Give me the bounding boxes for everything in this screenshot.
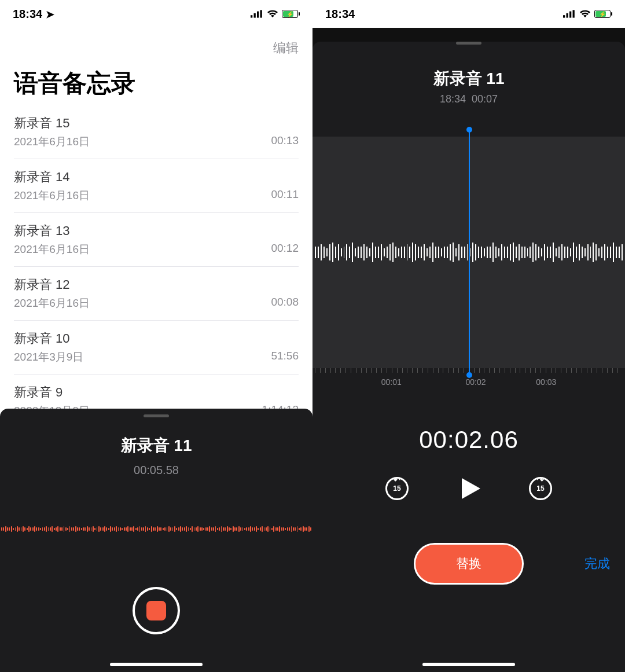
svg-rect-5 bbox=[567, 13, 568, 18]
page-title: 语音备忘录 bbox=[0, 57, 312, 105]
playhead[interactable] bbox=[469, 130, 470, 375]
svg-rect-0 bbox=[251, 15, 252, 17]
memo-date: 2021年3月9日 bbox=[14, 350, 83, 365]
memo-duration: 00:13 bbox=[271, 134, 299, 149]
screen-playback-edit: 18:34 ⚡ 新录音 11 18:34 00:07 bbox=[312, 0, 625, 672]
screen-voice-memos-list: 18:34 ➤ ⚡ 编辑 语音备忘录 新录音 15 2021年6月16日00:1… bbox=[0, 0, 312, 672]
memo-item[interactable]: 新录音 12 2021年6月16日00:08 bbox=[14, 267, 299, 321]
recording-panel[interactable]: 新录音 11 00:05.58 bbox=[0, 409, 312, 672]
home-indicator[interactable] bbox=[422, 663, 515, 666]
memo-item[interactable]: 新录音 13 2021年6月16日00:12 bbox=[14, 213, 299, 267]
drag-handle-icon[interactable] bbox=[456, 42, 481, 45]
cellular-icon bbox=[251, 10, 263, 18]
status-bar: 18:34 ⚡ bbox=[312, 0, 625, 28]
drag-handle-icon[interactable] bbox=[144, 414, 169, 417]
status-right-icons: ⚡ bbox=[251, 10, 300, 18]
memo-title: 新录音 14 bbox=[14, 168, 299, 186]
recording-title: 新录音 11 bbox=[121, 435, 192, 457]
status-right-icons: ⚡ bbox=[563, 10, 612, 18]
recording-title[interactable]: 新录音 11 bbox=[433, 68, 505, 90]
nav-bar: 编辑 bbox=[0, 28, 312, 57]
playback-controls: ↶ 15 ↷ 15 bbox=[385, 475, 552, 502]
recording-elapsed: 00:05.58 bbox=[134, 464, 179, 477]
svg-rect-4 bbox=[563, 15, 565, 17]
status-time: 18:34 bbox=[325, 8, 355, 21]
skip-forward-15-button[interactable]: ↷ 15 bbox=[529, 477, 552, 500]
status-time: 18:34 bbox=[13, 8, 42, 20]
waveform-area[interactable] bbox=[312, 137, 625, 368]
home-indicator[interactable] bbox=[110, 663, 203, 666]
memo-duration: 51:56 bbox=[271, 350, 299, 365]
memo-duration: 00:08 bbox=[271, 296, 299, 311]
edit-panel: 新录音 11 18:34 00:07 00:01 00:02 00:03 00:… bbox=[312, 42, 625, 672]
svg-rect-2 bbox=[257, 12, 259, 18]
memo-date: 2021年6月16日 bbox=[14, 242, 90, 257]
wifi-icon bbox=[579, 10, 591, 18]
memo-item[interactable]: 新录音 14 2021年6月16日00:11 bbox=[14, 159, 299, 213]
memo-duration: 00:12 bbox=[271, 242, 299, 257]
memo-duration: 00:11 bbox=[271, 188, 299, 203]
memo-item[interactable]: 新录音 10 2021年3月9日51:56 bbox=[14, 321, 299, 374]
svg-rect-6 bbox=[569, 12, 571, 18]
svg-rect-3 bbox=[260, 10, 262, 17]
bottom-action-row: 替换 完成 bbox=[312, 543, 625, 585]
svg-rect-7 bbox=[573, 10, 575, 17]
recording-subinfo: 18:34 00:07 bbox=[440, 93, 498, 105]
memo-title: 新录音 15 bbox=[14, 115, 299, 132]
playback-timer: 00:02.06 bbox=[419, 426, 519, 454]
play-button[interactable] bbox=[455, 475, 483, 502]
memo-title: 新录音 9 bbox=[14, 384, 299, 401]
stop-record-button[interactable] bbox=[133, 587, 180, 634]
battery-icon: ⚡ bbox=[282, 10, 300, 18]
stop-icon bbox=[146, 601, 166, 620]
status-bar: 18:34 ➤ ⚡ bbox=[0, 0, 312, 28]
location-arrow-icon: ➤ bbox=[46, 9, 54, 20]
forward-arrow-icon: ↷ bbox=[537, 475, 544, 484]
battery-icon: ⚡ bbox=[594, 10, 612, 18]
memo-title: 新录音 10 bbox=[14, 330, 299, 347]
memo-date: 2021年6月16日 bbox=[14, 134, 90, 149]
edit-button[interactable]: 编辑 bbox=[273, 39, 299, 57]
status-time-group: 18:34 ➤ bbox=[13, 8, 54, 21]
back-arrow-icon: ↶ bbox=[394, 475, 400, 484]
svg-rect-1 bbox=[254, 13, 256, 18]
memo-item[interactable]: 新录音 15 2021年6月16日00:13 bbox=[14, 105, 299, 159]
memo-date: 2021年6月16日 bbox=[14, 296, 90, 311]
skip-back-15-button[interactable]: ↶ 15 bbox=[385, 477, 409, 500]
wifi-icon bbox=[267, 10, 278, 18]
memo-date: 2021年6月16日 bbox=[14, 188, 90, 203]
done-button[interactable]: 完成 bbox=[584, 555, 610, 572]
memo-title: 新录音 13 bbox=[14, 222, 299, 240]
cellular-icon bbox=[563, 10, 576, 18]
replace-button[interactable]: 替换 bbox=[414, 543, 524, 585]
memo-title: 新录音 12 bbox=[14, 276, 299, 293]
waveform-mini bbox=[0, 517, 312, 541]
